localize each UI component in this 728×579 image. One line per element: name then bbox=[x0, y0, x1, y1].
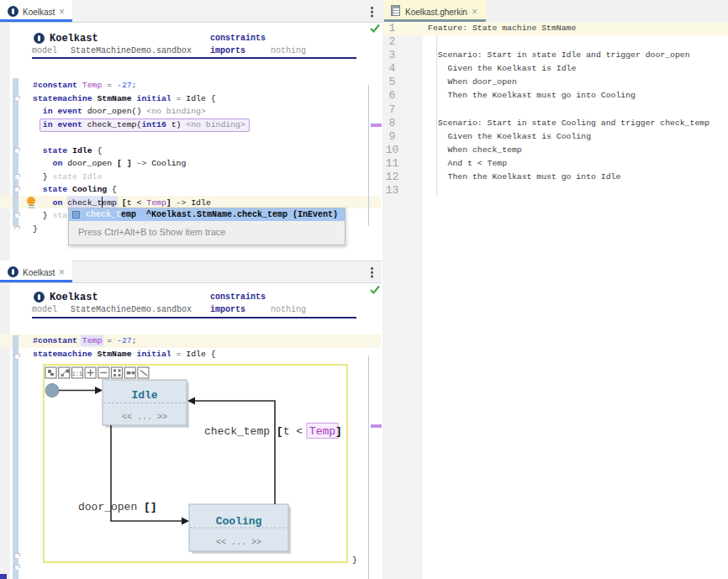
svg-text:check_temp [t < Temp]: check_temp [t < Temp] bbox=[204, 425, 342, 438]
svg-text:door_open []: door_open [] bbox=[78, 501, 157, 513]
svg-text:Idle: Idle bbox=[131, 389, 157, 402]
svg-text:Cooling: Cooling bbox=[216, 515, 262, 528]
svg-text:<< ... >>: << ... >> bbox=[216, 538, 261, 547]
svg-text:<< ... >>: << ... >> bbox=[122, 413, 167, 422]
svg-text:1:1: 1:1 bbox=[72, 371, 83, 377]
